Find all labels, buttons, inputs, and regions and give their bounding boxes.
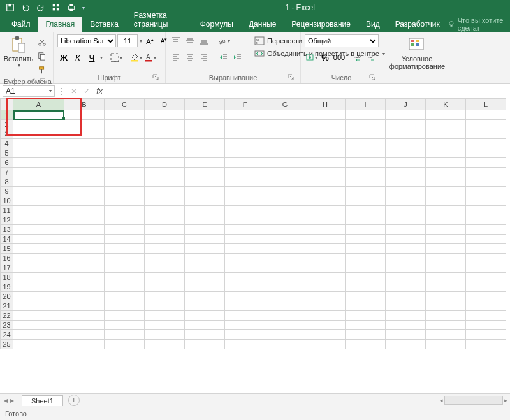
cell[interactable] xyxy=(145,148,185,158)
dialog-launcher-icon[interactable] xyxy=(152,74,160,82)
cell[interactable] xyxy=(466,301,506,311)
cell[interactable] xyxy=(64,321,105,330)
cell[interactable] xyxy=(426,321,466,330)
row-header[interactable]: 8 xyxy=(1,177,13,187)
cell[interactable] xyxy=(466,187,506,196)
cell[interactable] xyxy=(346,148,386,158)
cell[interactable] xyxy=(225,263,265,273)
redo-icon[interactable] xyxy=(36,3,46,13)
column-header[interactable]: B xyxy=(64,99,105,110)
cell[interactable] xyxy=(225,168,265,177)
cell[interactable] xyxy=(466,321,506,330)
cell[interactable] xyxy=(426,254,466,263)
cell[interactable] xyxy=(426,301,466,311)
cell[interactable] xyxy=(466,196,506,206)
cell[interactable] xyxy=(265,273,305,282)
cell[interactable] xyxy=(13,110,64,120)
cell[interactable] xyxy=(466,110,506,120)
cell[interactable] xyxy=(13,158,64,168)
cell[interactable] xyxy=(386,120,426,129)
cell[interactable] xyxy=(305,158,346,168)
cell[interactable] xyxy=(185,263,225,273)
cell[interactable] xyxy=(13,187,64,196)
row-header[interactable]: 12 xyxy=(1,215,13,225)
row-header[interactable]: 21 xyxy=(1,301,13,311)
cell[interactable] xyxy=(386,110,426,120)
cell[interactable] xyxy=(466,168,506,177)
cell[interactable] xyxy=(305,273,346,282)
decrease-decimal-button[interactable]: .0 xyxy=(367,51,379,64)
cell[interactable] xyxy=(145,330,185,340)
cell[interactable] xyxy=(105,168,145,177)
cell[interactable] xyxy=(145,158,185,168)
cell[interactable] xyxy=(225,330,265,340)
cell[interactable] xyxy=(265,187,305,196)
paste-button[interactable]: Вставить ▾ xyxy=(4,34,33,68)
scroll-left-icon[interactable]: ◂ xyxy=(440,397,443,403)
number-format-select[interactable]: Общий xyxy=(305,34,379,47)
cell[interactable] xyxy=(386,301,426,311)
cell[interactable] xyxy=(265,244,305,254)
cell[interactable] xyxy=(185,254,225,263)
cell[interactable] xyxy=(466,129,506,139)
cell[interactable] xyxy=(305,110,346,120)
cell[interactable] xyxy=(305,282,346,292)
cell[interactable] xyxy=(105,321,145,330)
cell[interactable] xyxy=(386,273,426,282)
sheet-nav-next-icon[interactable]: ▸ xyxy=(10,396,14,405)
increase-font-button[interactable]: A▴ xyxy=(143,34,156,47)
cancel-icon[interactable]: ✕ xyxy=(68,87,80,96)
cell[interactable] xyxy=(145,311,185,321)
cell[interactable] xyxy=(145,263,185,273)
cell[interactable] xyxy=(225,187,265,196)
bold-button[interactable]: Ж xyxy=(57,51,70,64)
cell[interactable] xyxy=(185,215,225,225)
cell[interactable] xyxy=(466,244,506,254)
cell[interactable] xyxy=(64,292,105,301)
cell[interactable] xyxy=(64,330,105,340)
row-header[interactable]: 13 xyxy=(1,225,13,235)
cell[interactable] xyxy=(346,158,386,168)
currency-button[interactable]: ▾ xyxy=(305,51,317,64)
cell[interactable] xyxy=(185,187,225,196)
cell[interactable] xyxy=(426,177,466,187)
cell[interactable] xyxy=(426,273,466,282)
cell[interactable] xyxy=(13,273,64,282)
horizontal-scrollbar[interactable]: ◂ ▸ xyxy=(440,396,510,405)
cell[interactable] xyxy=(426,148,466,158)
cell[interactable] xyxy=(265,158,305,168)
cell[interactable] xyxy=(185,158,225,168)
dialog-launcher-icon[interactable] xyxy=(288,74,295,82)
cell[interactable] xyxy=(64,177,105,187)
cell[interactable] xyxy=(265,292,305,301)
cell[interactable] xyxy=(13,225,64,235)
cell[interactable] xyxy=(265,225,305,235)
cell[interactable] xyxy=(13,235,64,244)
cell[interactable] xyxy=(466,120,506,129)
cell[interactable] xyxy=(64,110,105,120)
font-family-select[interactable]: Liberation Sans xyxy=(57,34,116,47)
cell[interactable] xyxy=(466,330,506,340)
cell[interactable] xyxy=(265,215,305,225)
cell[interactable] xyxy=(145,235,185,244)
row-header[interactable]: 5 xyxy=(1,148,13,158)
cell[interactable] xyxy=(13,206,64,215)
tab-review[interactable]: Рецензирование xyxy=(284,17,358,32)
cell[interactable] xyxy=(105,196,145,206)
cell[interactable] xyxy=(265,235,305,244)
cell[interactable] xyxy=(426,196,466,206)
row-header[interactable]: 18 xyxy=(1,273,13,282)
cell[interactable] xyxy=(105,177,145,187)
column-header[interactable]: E xyxy=(185,99,225,110)
cell[interactable] xyxy=(346,263,386,273)
cell[interactable] xyxy=(265,321,305,330)
cell[interactable] xyxy=(64,206,105,215)
cell[interactable] xyxy=(265,120,305,129)
cell[interactable] xyxy=(185,196,225,206)
column-header[interactable]: C xyxy=(105,99,145,110)
undo-icon[interactable] xyxy=(20,3,31,13)
cell[interactable] xyxy=(386,263,426,273)
cell[interactable] xyxy=(225,340,265,349)
cell[interactable] xyxy=(265,340,305,349)
cell[interactable] xyxy=(105,292,145,301)
